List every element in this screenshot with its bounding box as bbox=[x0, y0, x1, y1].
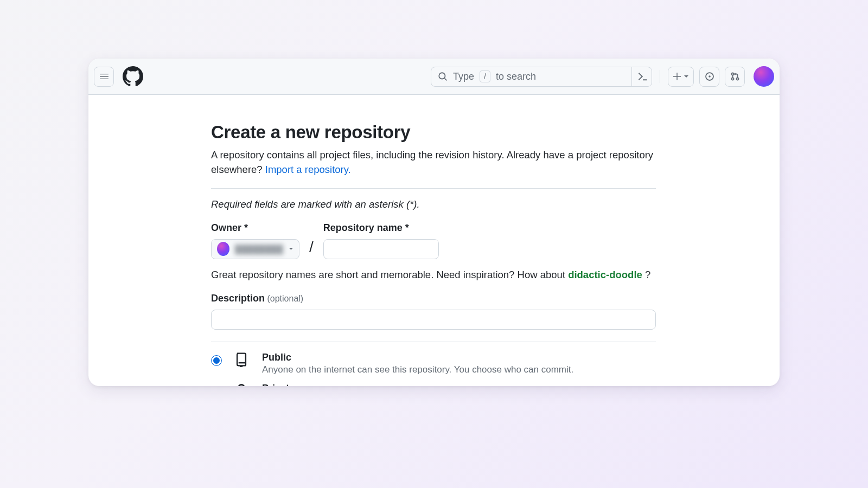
visibility-public-sub: Anyone on the internet can see this repo… bbox=[262, 364, 573, 375]
global-header: Type / to search bbox=[88, 59, 780, 95]
search-text-type: Type bbox=[453, 71, 474, 82]
hint-text-a: Great repository names are short and mem… bbox=[211, 269, 568, 280]
visibility-option-public: Public Anyone on the internet can see th… bbox=[211, 352, 657, 375]
app-window: Type / to search Create a new repository bbox=[88, 59, 780, 386]
owner-avatar-icon bbox=[217, 242, 229, 256]
owner-label: Owner * bbox=[211, 222, 299, 234]
owner-repo-row: Owner * ████████ / Repository name * bbox=[211, 222, 657, 259]
owner-field: Owner * ████████ bbox=[211, 222, 299, 259]
github-logo[interactable] bbox=[123, 66, 143, 87]
caret-down-icon bbox=[684, 74, 689, 79]
visibility-private-title: Private bbox=[262, 383, 487, 386]
hamburger-icon bbox=[99, 72, 109, 81]
search-icon bbox=[438, 72, 448, 81]
import-repository-link[interactable]: Import a repository. bbox=[265, 164, 351, 175]
caret-down-icon bbox=[289, 246, 293, 252]
owner-select[interactable]: ████████ bbox=[211, 239, 299, 259]
description-optional-text: (optional) bbox=[265, 294, 303, 303]
issues-button[interactable] bbox=[699, 67, 719, 87]
github-mark-icon bbox=[123, 66, 143, 87]
repo-name-hint: Great repository names are short and mem… bbox=[211, 269, 657, 281]
repo-name-suggestion[interactable]: didactic-doodle bbox=[568, 269, 642, 280]
header-divider bbox=[660, 70, 660, 83]
page-title: Create a new repository bbox=[211, 122, 657, 143]
owner-name-value: ████████ bbox=[235, 245, 283, 254]
description-label-text: Description bbox=[211, 293, 265, 304]
hamburger-menu-button[interactable] bbox=[94, 67, 114, 87]
page-content: Create a new repository A repository con… bbox=[88, 95, 657, 386]
description-label: Description (optional) bbox=[211, 293, 303, 304]
repo-icon bbox=[234, 352, 250, 369]
lock-icon bbox=[234, 383, 250, 386]
terminal-icon bbox=[637, 71, 648, 82]
owner-repo-slash: / bbox=[309, 239, 314, 256]
header-actions bbox=[668, 67, 745, 87]
git-pull-request-icon bbox=[730, 72, 740, 81]
page-subtitle: A repository contains all project files,… bbox=[211, 148, 656, 177]
svg-point-2 bbox=[709, 75, 711, 78]
repo-name-label: Repository name * bbox=[323, 222, 439, 234]
divider bbox=[211, 188, 656, 189]
search-slash-key: / bbox=[480, 70, 490, 82]
visibility-radio-public[interactable] bbox=[211, 355, 222, 366]
visibility-option-private: Private You choose who can see and commi… bbox=[211, 383, 657, 386]
required-fields-note: Required fields are marked with an aster… bbox=[211, 198, 657, 210]
repo-name-field: Repository name * bbox=[323, 222, 439, 259]
svg-point-5 bbox=[736, 78, 738, 80]
svg-point-3 bbox=[731, 73, 733, 75]
global-search[interactable]: Type / to search bbox=[431, 67, 652, 87]
create-new-button[interactable] bbox=[668, 67, 694, 87]
description-input[interactable] bbox=[211, 310, 656, 330]
hint-text-b: ? bbox=[645, 269, 650, 280]
svg-point-0 bbox=[439, 73, 445, 79]
plus-icon bbox=[673, 72, 681, 81]
repo-name-input[interactable] bbox=[323, 239, 439, 259]
visibility-public-text: Public Anyone on the internet can see th… bbox=[262, 352, 573, 375]
divider bbox=[211, 342, 656, 342]
pull-requests-button[interactable] bbox=[725, 67, 745, 87]
visibility-private-text: Private You choose who can see and commi… bbox=[262, 383, 487, 386]
search-text-tosearch: to search bbox=[496, 71, 536, 82]
visibility-public-title: Public bbox=[262, 352, 573, 363]
description-field: Description (optional) bbox=[211, 293, 657, 330]
issue-circle-dot-icon bbox=[705, 72, 714, 81]
command-palette-button[interactable] bbox=[631, 67, 648, 86]
user-avatar[interactable] bbox=[754, 66, 774, 87]
svg-point-4 bbox=[731, 78, 733, 80]
